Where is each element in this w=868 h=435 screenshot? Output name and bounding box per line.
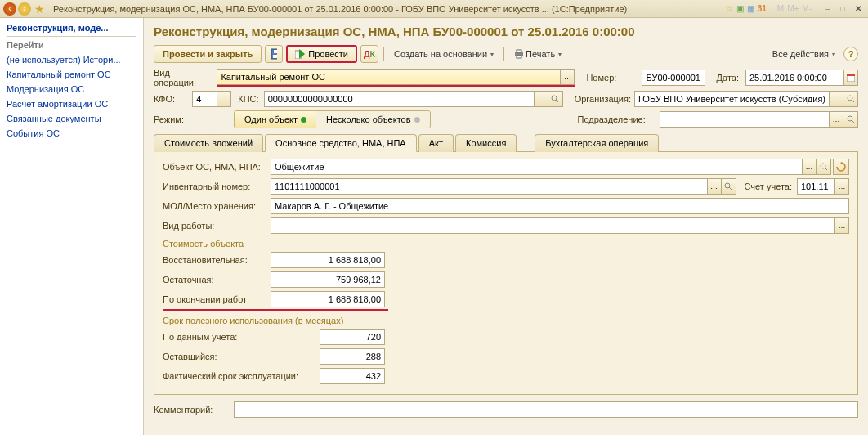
- save-icon-button[interactable]: [265, 45, 283, 63]
- work-input[interactable]: [271, 218, 834, 234]
- post-and-close-button[interactable]: Провести и закрыть: [154, 45, 262, 63]
- cal-icon[interactable]: 31: [758, 4, 767, 13]
- post-button-label: Провести: [308, 49, 348, 59]
- org-search-button[interactable]: [843, 91, 858, 107]
- object-search-button[interactable]: [817, 159, 831, 175]
- acct-input[interactable]: 101.11: [797, 178, 834, 195]
- kfo-ellipsis-button[interactable]: …: [217, 91, 231, 107]
- mode-label: Режим:: [154, 114, 234, 124]
- residual-label: Остаточная:: [163, 275, 271, 285]
- group-cost: Стоимость объекта: [163, 239, 849, 249]
- after-input[interactable]: 1 688 818,00: [271, 291, 385, 307]
- nav-back-button[interactable]: ‹: [3, 2, 16, 16]
- svg-rect-2: [274, 50, 277, 53]
- calc-icon[interactable]: ▦: [747, 4, 754, 13]
- dt-kt-button[interactable]: ДК: [360, 45, 378, 63]
- op-type-ellipsis-button[interactable]: …: [560, 69, 575, 85]
- mode-toggle: Один объект Несколько объектов: [234, 110, 431, 128]
- dept-ellipsis-button[interactable]: …: [829, 111, 843, 128]
- residual-input[interactable]: 759 968,12: [271, 271, 385, 288]
- actual-input[interactable]: 432: [320, 368, 385, 384]
- inv-input[interactable]: 1101111000001: [271, 178, 707, 195]
- svg-line-12: [852, 100, 854, 102]
- date-picker-button[interactable]: [843, 70, 858, 86]
- inv-ellipsis-button[interactable]: …: [707, 178, 722, 195]
- object-input[interactable]: Общежитие: [271, 159, 802, 175]
- work-ellipsis-button[interactable]: …: [834, 218, 849, 234]
- number-input[interactable]: БУ00-000001: [642, 70, 705, 86]
- op-type-input[interactable]: Капитальный ремонт ОС: [217, 69, 560, 85]
- group-cost-label: Стоимость объекта: [163, 239, 244, 249]
- print-dropdown[interactable]: Печать: [509, 49, 566, 59]
- minimize-button[interactable]: –: [822, 4, 834, 13]
- tab-cost[interactable]: Стоимость вложений: [154, 134, 263, 152]
- actual-label: Фактический срок эксплуатации:: [163, 371, 320, 381]
- separator: [7, 36, 136, 37]
- all-actions-dropdown[interactable]: Все действия: [767, 49, 840, 59]
- object-label: Объект ОС, НМА, НПА:: [163, 162, 271, 172]
- create-based-dropdown[interactable]: Создать на основании: [389, 49, 499, 59]
- byacct-input[interactable]: 720: [320, 329, 385, 345]
- restore-label: Восстановительная:: [163, 255, 271, 265]
- favorite-icon[interactable]: ★: [34, 2, 45, 16]
- calendar-icon: [847, 74, 855, 82]
- comment-input[interactable]: [234, 401, 858, 418]
- inv-label: Инвентарный номер:: [163, 182, 271, 191]
- help-button[interactable]: ?: [843, 47, 858, 61]
- print-label: Печать: [526, 49, 555, 59]
- sidebar-link-os-events[interactable]: События ОС: [7, 126, 136, 141]
- dept-search-button[interactable]: [843, 111, 858, 128]
- kps-search-button[interactable]: [548, 91, 563, 107]
- sidebar-link-history[interactable]: (не используется) Истори...: [7, 52, 136, 67]
- search-icon: [847, 115, 855, 123]
- mode-many-option[interactable]: Несколько объектов: [316, 111, 430, 128]
- nav-forward-button[interactable]: ›: [18, 2, 31, 16]
- tab-act[interactable]: Акт: [418, 134, 454, 152]
- search-icon: [551, 95, 559, 103]
- post-button[interactable]: Провести: [286, 45, 357, 63]
- kfo-label: КФО:: [154, 94, 192, 104]
- kfo-input[interactable]: 4: [192, 91, 217, 107]
- toolbar: Провести и закрыть Провести ДК Создать н…: [154, 45, 858, 63]
- svg-line-16: [825, 168, 827, 170]
- org-ellipsis-button[interactable]: …: [829, 91, 843, 107]
- mol-label: МОЛ/Место хранения:: [163, 201, 271, 211]
- svg-rect-8: [847, 74, 855, 76]
- dept-input[interactable]: [660, 111, 829, 128]
- svg-line-10: [556, 100, 558, 102]
- tab-commission[interactable]: Комиссия: [455, 134, 517, 152]
- window-title: Реконструкция, модернизация ОС, НМА, НПА…: [48, 4, 726, 14]
- remain-input[interactable]: 288: [320, 348, 385, 365]
- sidebar-link-capital-repair[interactable]: Капитальный ремонт ОС: [7, 67, 136, 82]
- mol-input[interactable]: Макаров А. Г. - Общежитие: [271, 198, 849, 214]
- sidebar-link-modernization[interactable]: Модернизация ОС: [7, 82, 136, 96]
- acct-ellipsis-button[interactable]: …: [834, 178, 849, 195]
- m-minus-indicator: M-: [802, 4, 812, 13]
- maximize-button[interactable]: □: [837, 4, 848, 13]
- tab-accounting-op[interactable]: Бухгалтерская операция: [535, 134, 659, 152]
- titlebar: ‹ › ★ Реконструкция, модернизация ОС, НМ…: [0, 0, 868, 18]
- sidebar-link-depreciation[interactable]: Расчет амортизации ОС: [7, 96, 136, 111]
- restore-input[interactable]: 1 688 818,00: [271, 252, 385, 268]
- org-input[interactable]: ГОБУ ВПО Университет искусств (Субсидия): [634, 91, 829, 107]
- tab-fixed-asset[interactable]: Основное средство, НМА, НПА: [265, 134, 417, 152]
- sidebar-link-related-docs[interactable]: Связанные документы: [7, 111, 136, 126]
- object-ellipsis-button[interactable]: …: [802, 159, 817, 175]
- date-input[interactable]: 25.01.2016 0:00:00: [745, 70, 843, 86]
- widget-icon[interactable]: ▣: [736, 4, 744, 13]
- org-label: Организация:: [563, 94, 634, 104]
- mode-one-label: Один объект: [244, 114, 298, 124]
- separator: [817, 3, 817, 15]
- date-label: Дата:: [705, 73, 742, 83]
- separator: [772, 3, 772, 15]
- refresh-button[interactable]: [833, 159, 849, 175]
- mode-one-option[interactable]: Один объект: [235, 111, 316, 128]
- kps-input[interactable]: 00000000000000000: [264, 91, 534, 107]
- kps-ellipsis-button[interactable]: …: [534, 91, 548, 107]
- m-plus-indicator: M+: [787, 4, 799, 13]
- acct-label: Счет учета:: [736, 182, 797, 191]
- inv-search-button[interactable]: [722, 178, 736, 195]
- number-label: Номер:: [575, 73, 642, 83]
- star2-icon[interactable]: ☆: [726, 4, 733, 13]
- close-button[interactable]: ✕: [852, 4, 865, 13]
